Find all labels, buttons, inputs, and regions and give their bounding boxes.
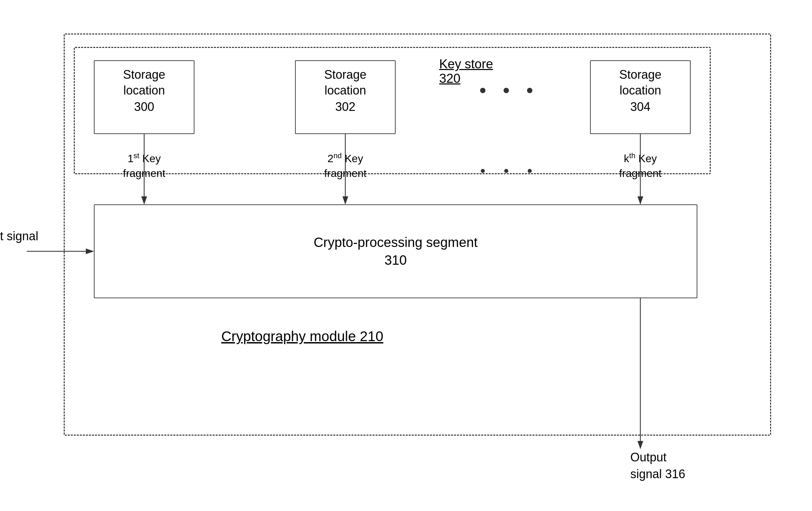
key-fragment-1-label: 1st Keyfragment [111,151,178,181]
input-signal-label: Input signal 318 [0,228,38,262]
storage-302-title: Storage location [302,67,388,98]
crypto-processing-number: 310 [384,253,407,268]
storage-location-302: Storage location 302 [295,60,396,134]
key-fragment-2-label: 2nd Keyfragment [312,151,379,181]
storage-location-300: Storage location 300 [94,60,195,134]
key-store-label: Key store 320 [439,57,493,86]
storage-304-number: 304 [598,100,683,114]
storage-300-number: 300 [101,100,187,114]
storage-304-title: Storage location [598,67,683,98]
output-signal-label: Output signal 316 [630,449,685,483]
storage-302-number: 302 [302,100,388,114]
key-fragment-k-label: kth Keyfragment [607,151,674,181]
crypto-processing-title: Crypto-processing segment [314,235,477,250]
diagram-container: Key store 320 Storage location 300 Stora… [20,20,791,489]
cryptography-module-label: Cryptography module 210 [221,328,383,344]
storage-location-304: Storage location 304 [590,60,691,134]
storage-300-title: Storage location [101,67,187,98]
crypto-processing-box: Crypto-processing segment 310 [94,204,697,298]
